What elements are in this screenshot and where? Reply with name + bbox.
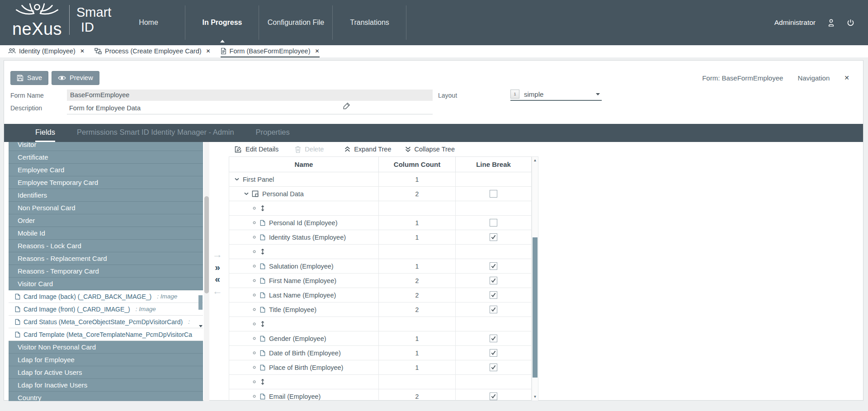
line-break-cell	[456, 216, 532, 230]
tab-identity-employee[interactable]: Identity (Employee)✕	[8, 45, 85, 57]
save-button[interactable]: Save	[10, 71, 48, 85]
tree-row-label: Salutation (Employee)	[269, 263, 334, 270]
field-group-ldap-for-active-users[interactable]: Ldap for Active Users	[9, 366, 203, 379]
tree-row-spacer[interactable]	[229, 317, 532, 331]
tab-process-create-employee-card[interactable]: Process (Create Employee Card)✕	[94, 45, 211, 57]
field-group-visitor[interactable]: Visitor	[9, 142, 203, 151]
tree-scroll-down-icon[interactable]: ▼	[532, 394, 538, 400]
field-item-card-status-meta-coreobjectstate-pcmdpvi[interactable]: Card Status (Meta_CoreObjectState_PcmDpV…	[9, 316, 203, 328]
line-break-checkbox[interactable]	[490, 219, 497, 227]
layout-select[interactable]: 1 simple	[510, 88, 602, 101]
close-tab-icon[interactable]: ✕	[315, 48, 319, 54]
field-item-card-template-meta-coretemplatename-pcmd[interactable]: Card Template (Meta_CoreTemplateName_Pcm…	[9, 328, 203, 341]
line-break-checkbox[interactable]	[490, 349, 497, 357]
field-group-country[interactable]: Country	[9, 392, 203, 401]
field-group-reasons-replacement-card[interactable]: Reasons - Replacement Card	[9, 252, 203, 265]
tree-row-gender-employee[interactable]: Gender (Employee)1	[229, 331, 532, 346]
power-icon[interactable]	[847, 19, 854, 27]
move-all-left-arrow[interactable]: «	[208, 274, 226, 284]
tree-row-email-employee[interactable]: Email (Employee)2	[229, 389, 532, 401]
field-item-card-image-back-card-back-image[interactable]: Card Image (back) (_CARD_BACK_IMAGE_): I…	[9, 290, 203, 303]
preview-button[interactable]: Preview	[52, 71, 99, 85]
nav-item-in-progress[interactable]: In Progress	[185, 0, 259, 45]
edit-description-pencil-icon[interactable]	[343, 102, 350, 110]
column-count-cell: 1	[379, 172, 456, 186]
field-item-card-image-front-card-image[interactable]: Card Image (front) (_CARD_IMAGE_): Image	[9, 303, 203, 316]
tree-scroll-up-icon[interactable]: ▲	[532, 157, 538, 164]
move-right-arrow[interactable]: →	[208, 249, 226, 260]
edit-details-button[interactable]: Edit Details	[234, 146, 278, 153]
navigation-link[interactable]: Navigation	[797, 74, 830, 82]
tree-row-first-name-employee[interactable]: First Name (Employee)2	[229, 274, 532, 288]
description-value[interactable]: Form for Employee Data	[69, 104, 141, 112]
field-group-visitor-card[interactable]: Visitor Card	[9, 278, 203, 290]
move-all-right-arrow[interactable]: »	[208, 262, 226, 273]
sublist-scroll-down-icon[interactable]	[199, 325, 203, 327]
close-tab-icon[interactable]: ✕	[206, 48, 211, 54]
tree-row-last-name-employee[interactable]: Last Name (Employee)2	[229, 288, 532, 302]
section-tab-fields[interactable]: Fields	[35, 124, 55, 142]
line-break-checkbox[interactable]	[490, 277, 497, 284]
line-break-cell	[456, 172, 532, 186]
line-break-checkbox[interactable]	[490, 262, 497, 270]
field-group-order[interactable]: Order	[9, 214, 203, 227]
nav-item-configuration-file[interactable]: Configuration File	[259, 0, 333, 45]
tree-row-spacer[interactable]	[229, 201, 532, 216]
tree-name-cell: Title (Employee)	[229, 302, 379, 317]
nav-item-translations[interactable]: Translations	[333, 0, 406, 45]
line-break-checkbox[interactable]	[490, 291, 497, 299]
save-button-label: Save	[27, 74, 42, 81]
field-group-certificate[interactable]: Certificate	[9, 151, 203, 164]
section-tab-properties[interactable]: Properties	[256, 124, 290, 142]
move-left-arrow[interactable]: ←	[208, 286, 226, 297]
field-group-label: Certificate	[18, 153, 48, 161]
collapse-tree-button[interactable]: Collapse Tree	[405, 146, 455, 153]
user-icon[interactable]	[828, 19, 834, 27]
tree-row-personal-data[interactable]: Personal Data2	[229, 187, 532, 201]
field-group-visitor-non-personal-card[interactable]: Visitor Non Personal Card	[9, 341, 203, 354]
delete-button[interactable]: Delete	[295, 146, 324, 153]
tree-row-personal-id-employee[interactable]: Personal Id (Employee)1	[229, 216, 532, 230]
line-break-checkbox[interactable]	[490, 364, 497, 371]
tree-row-label: Title (Employee)	[269, 306, 316, 313]
user-name[interactable]: Administrator	[774, 19, 816, 27]
field-group-reasons-lock-card[interactable]: Reasons - Lock Card	[9, 240, 203, 252]
tree-row-first-panel[interactable]: First Panel1	[229, 172, 532, 187]
tree-row-title-employee[interactable]: Title (Employee)2	[229, 302, 532, 317]
field-group-identifiers[interactable]: Identifiers	[9, 189, 203, 202]
field-group-employee-temporary-card[interactable]: Employee Temporary Card	[9, 176, 203, 189]
line-break-checkbox[interactable]	[490, 335, 497, 342]
nav-item-label: In Progress	[202, 19, 242, 27]
line-break-cell	[456, 360, 532, 374]
line-break-checkbox[interactable]	[490, 392, 497, 400]
tab-form-baseformemployee[interactable]: Form (BaseFormEmployee)✕	[221, 45, 320, 57]
column-count-cell: 1	[379, 331, 456, 345]
field-group-non-personal-card[interactable]: Non Personal Card	[9, 202, 203, 214]
save-icon	[17, 75, 24, 81]
form-name-input[interactable]: BaseFormEmployee	[67, 90, 433, 101]
line-break-checkbox[interactable]	[490, 233, 497, 241]
line-break-checkbox[interactable]	[490, 306, 497, 313]
form-tree-panel: Edit Details Delete Expand Tree Collapse…	[229, 142, 539, 401]
tree-row-spacer[interactable]	[229, 375, 532, 389]
tree-row-date-of-birth-employee[interactable]: Date of Birth (Employee)1	[229, 346, 532, 360]
expand-tree-button[interactable]: Expand Tree	[344, 146, 391, 153]
field-group-ldap-for-employee[interactable]: Ldap for Employee	[9, 354, 203, 366]
field-group-mobile-id[interactable]: Mobile Id	[9, 227, 203, 240]
close-panel-icon[interactable]: ✕	[844, 74, 849, 81]
section-tab-permissions-smart-id-identity-manager-ad[interactable]: Permissions Smart ID Identity Manager - …	[77, 124, 234, 142]
tree-row-identity-status-employee[interactable]: Identity Status (Employee)1	[229, 230, 532, 245]
field-group-ldap-for-inactive-users[interactable]: Ldap for Inactive Users	[9, 379, 203, 392]
close-tab-icon[interactable]: ✕	[80, 48, 85, 54]
tree-row-spacer[interactable]	[229, 245, 532, 259]
tree-row-place-of-birth-employee[interactable]: Place of Birth (Employee)1	[229, 360, 532, 375]
field-group-employee-card[interactable]: Employee Card	[9, 164, 203, 176]
tree-row-salutation-employee[interactable]: Salutation (Employee)1	[229, 259, 532, 274]
brand-logo[interactable]: neXus Smart ID	[12, 3, 111, 37]
tree-scrollbar-thumb[interactable]	[533, 237, 538, 378]
sublist-scrollbar-thumb[interactable]	[198, 295, 203, 310]
field-group-label: Reasons - Replacement Card	[18, 255, 107, 262]
line-break-checkbox[interactable]	[490, 190, 497, 198]
field-group-reasons-temporary-card[interactable]: Reasons - Temporary Card	[9, 265, 203, 278]
nav-item-home[interactable]: Home	[112, 0, 185, 45]
